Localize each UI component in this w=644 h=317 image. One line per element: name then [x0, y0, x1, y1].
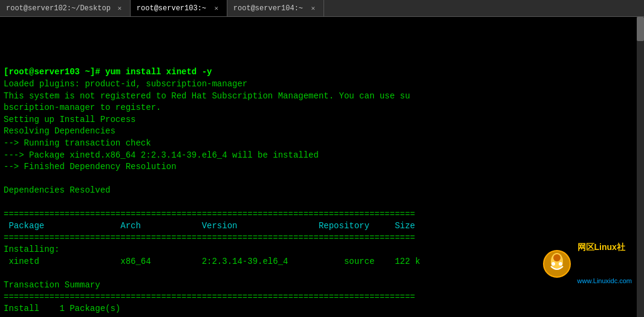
- terminal-line: Resolving Dependencies: [4, 126, 640, 138]
- terminal-line: [4, 197, 640, 209]
- tab-close-icon[interactable]: ✕: [115, 4, 124, 13]
- terminal-line: --> Running transaction check: [4, 138, 640, 150]
- tab-close-icon[interactable]: ✕: [309, 4, 317, 13]
- tab-label: root@server102:~/Desktop: [6, 4, 111, 13]
- tab-tab3[interactable]: root@server104:~✕: [227, 0, 324, 16]
- terminal-line: [root@server103 ~]# yum install xinetd -…: [4, 66, 640, 78]
- watermark-site-name: 网区Linux社: [577, 242, 632, 254]
- svg-point-3: [551, 262, 555, 266]
- terminal-line: [4, 173, 640, 185]
- watermark-site-url: www.Linuxidc.com: [577, 277, 632, 286]
- tab-close-icon[interactable]: ✕: [212, 4, 221, 13]
- tab-tab2[interactable]: root@server103:~✕: [131, 0, 227, 16]
- terminal-line: bscription-manager to register.: [4, 102, 640, 114]
- tab-bar: root@server102:~/Desktop✕root@server103:…: [0, 0, 644, 17]
- terminal: [root@server103 ~]# yum install xinetd -…: [0, 17, 644, 317]
- terminal-line: --> Finished Dependency Resolution: [4, 161, 640, 173]
- scrollbar[interactable]: [637, 17, 644, 317]
- terminal-line: Setting up Install Process: [4, 114, 640, 126]
- terminal-line: Loaded plugins: product-id, subscription…: [4, 78, 640, 91]
- terminal-line: ---> Package xinetd.x86_64 2:2.3.14-39.e…: [4, 150, 640, 162]
- svg-point-2: [553, 254, 561, 261]
- watermark-logo-icon: [542, 249, 571, 278]
- svg-point-4: [559, 262, 562, 266]
- tab-tab1[interactable]: root@server102:~/Desktop✕: [0, 0, 131, 16]
- terminal-line: This system is not registered to Red Hat…: [4, 91, 640, 103]
- tab-label: root@server104:~: [233, 4, 303, 13]
- watermark: 网区Linux社 www.Linuxidc.com: [542, 216, 636, 311]
- scrollbar-thumb[interactable]: [637, 17, 644, 41]
- terminal-line: Dependencies Resolved: [4, 185, 640, 197]
- tab-label: root@server103:~: [137, 4, 206, 13]
- watermark-text-block: 网区Linux社 www.Linuxidc.com: [574, 216, 636, 311]
